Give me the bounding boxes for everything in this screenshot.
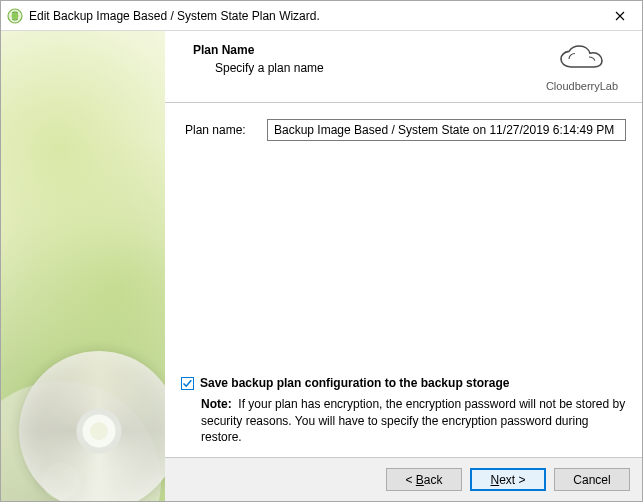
window-title: Edit Backup Image Based / System State P… [29, 9, 597, 23]
sidebar-decoration [1, 31, 165, 501]
button-bar: < Back Next > Cancel [165, 457, 642, 501]
disc-icon [19, 351, 165, 501]
save-config-block: Save backup plan configuration to the ba… [181, 376, 626, 445]
close-button[interactable] [597, 1, 642, 30]
back-button[interactable]: < Back [386, 468, 462, 491]
save-config-label: Save backup plan configuration to the ba… [200, 376, 509, 390]
content-area: Plan name: Save backup plan configuratio… [165, 103, 642, 457]
save-config-row[interactable]: Save backup plan configuration to the ba… [181, 376, 626, 390]
wizard-body: Plan Name Specify a plan name Cloudberry… [1, 31, 642, 501]
titlebar: Edit Backup Image Based / System State P… [1, 1, 642, 31]
plan-name-label: Plan name: [181, 123, 257, 137]
wizard-window: Edit Backup Image Based / System State P… [0, 0, 643, 502]
plan-name-row: Plan name: [181, 119, 626, 141]
note-prefix: Note: [201, 397, 232, 411]
note-body: If your plan has encryption, the encrypt… [201, 397, 625, 443]
brand-name: CloudberryLab [538, 80, 626, 92]
save-config-note: Note: If your plan has encryption, the e… [181, 396, 626, 445]
page-subtitle: Specify a plan name [193, 61, 538, 75]
page-title: Plan Name [193, 43, 538, 57]
wizard-header: Plan Name Specify a plan name Cloudberry… [165, 31, 642, 102]
svg-point-1 [12, 12, 19, 19]
main-panel: Plan Name Specify a plan name Cloudberry… [165, 31, 642, 501]
brand-block: CloudberryLab [538, 43, 626, 92]
cancel-button[interactable]: Cancel [554, 468, 630, 491]
app-icon [7, 8, 23, 24]
cloud-icon [555, 64, 609, 78]
next-button[interactable]: Next > [470, 468, 546, 491]
plan-name-input[interactable] [267, 119, 626, 141]
save-config-checkbox[interactable] [181, 377, 194, 390]
